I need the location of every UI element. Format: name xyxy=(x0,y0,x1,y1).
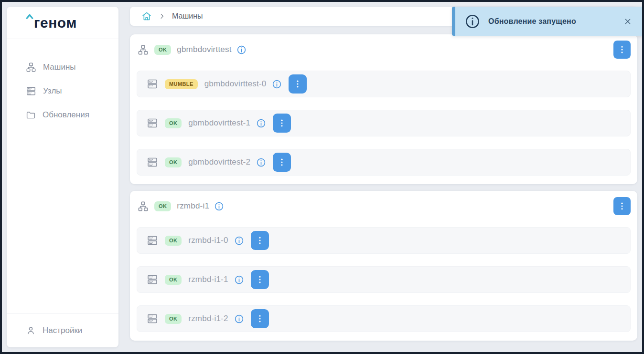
info-icon[interactable] xyxy=(234,275,244,285)
group-status-badge: OK xyxy=(154,45,171,55)
machine-status-badge: OK xyxy=(165,157,182,167)
groups-container: OK gbmbdovirttest MUMBLE gbmbdovirttest-… xyxy=(130,34,637,347)
server-icon xyxy=(147,156,158,168)
machine-row: OK gbmbdovirttest-1 xyxy=(137,110,631,136)
cluster-icon xyxy=(138,201,149,212)
toast-notification: Обновление запущено xyxy=(452,7,642,36)
server-icon xyxy=(147,78,158,90)
home-icon[interactable] xyxy=(141,11,152,21)
sidebar-item-label: Обновления xyxy=(43,110,89,120)
machine-name: gbmbdovirttest-1 xyxy=(188,118,250,128)
info-icon[interactable] xyxy=(236,45,247,55)
sidebar-nav: Машины Узлы Обновления xyxy=(7,39,118,127)
machine-row: OK rzmbd-i1-0 xyxy=(137,227,631,254)
breadcrumb-current: Машины xyxy=(172,12,203,21)
cluster-icon xyxy=(26,62,36,73)
sidebar-item-label: Машины xyxy=(43,62,76,72)
server-icon xyxy=(147,235,158,246)
machine-name: gbmbdovirttest-0 xyxy=(204,79,267,89)
sidebar-item-machines[interactable]: Машины xyxy=(7,55,118,79)
sidebar-item-updates[interactable]: Обновления xyxy=(7,103,118,127)
folder-icon xyxy=(26,110,36,120)
info-icon[interactable] xyxy=(256,118,266,128)
group-name: gbmbdovirttest xyxy=(177,45,231,54)
machine-name: rzmbd-i1-2 xyxy=(188,314,228,323)
machine-row: MUMBLE gbmbdovirttest-0 xyxy=(137,71,631,97)
machine-name: rzmbd-i1-1 xyxy=(188,275,228,284)
server-icon xyxy=(147,274,158,285)
sidebar-footer: Настройки xyxy=(7,313,118,347)
info-icon[interactable] xyxy=(272,79,282,89)
info-icon xyxy=(464,13,481,30)
machine-menu-button[interactable] xyxy=(289,74,307,94)
machine-row: OK rzmbd-i1-1 xyxy=(137,266,631,293)
logo: геном xyxy=(7,7,118,39)
machine-list: MUMBLE gbmbdovirttest-0 OK gbmbdovirttes… xyxy=(137,71,631,176)
info-icon[interactable] xyxy=(256,157,266,167)
main-content: Машины OK gbmbdovirttest MUMBLE gbmbdovi… xyxy=(130,7,637,347)
logo-text: геном xyxy=(34,15,77,31)
sidebar-item-label: Настройки xyxy=(43,326,82,335)
app-window: геном Машины Узлы Обновления xyxy=(0,0,644,354)
machine-menu-button[interactable] xyxy=(273,114,291,133)
machine-status-badge: OK xyxy=(165,314,182,324)
cluster-icon xyxy=(138,44,149,55)
machine-status-badge: OK xyxy=(165,118,182,128)
server-icon xyxy=(147,117,158,129)
server-icon xyxy=(147,313,158,324)
machine-list: OK rzmbd-i1-0 OK rzmbd-i1-1 OK rzmbd-i1-… xyxy=(137,227,631,332)
server-icon xyxy=(26,86,36,96)
group-menu-button[interactable] xyxy=(613,197,631,215)
sidebar-item-settings[interactable]: Настройки xyxy=(7,313,118,347)
sidebar-spacer xyxy=(7,127,118,313)
group-header: OK gbmbdovirttest xyxy=(137,40,631,59)
group-menu-button[interactable] xyxy=(613,41,631,59)
sidebar-item-nodes[interactable]: Узлы xyxy=(7,79,118,103)
sidebar: геном Машины Узлы Обновления xyxy=(7,7,118,347)
group-name: rzmbd-i1 xyxy=(177,201,209,211)
sidebar-item-label: Узлы xyxy=(43,86,62,96)
machine-status-badge: OK xyxy=(165,275,182,285)
info-icon[interactable] xyxy=(214,201,224,211)
machine-name: gbmbdovirttest-2 xyxy=(188,157,250,167)
machine-name: rzmbd-i1-0 xyxy=(188,236,228,245)
group-status-badge: OK xyxy=(154,201,171,211)
group-card: OK rzmbd-i1 OK rzmbd-i1-0 OK rzmbd-i1-1 xyxy=(130,191,637,341)
machine-menu-button[interactable] xyxy=(251,231,269,250)
machine-status-badge: MUMBLE xyxy=(165,79,198,89)
chevron-right-icon xyxy=(159,13,165,20)
group-header: OK rzmbd-i1 xyxy=(137,197,631,216)
machine-menu-button[interactable] xyxy=(251,309,269,328)
close-icon[interactable] xyxy=(623,17,633,26)
machine-row: OK rzmbd-i1-2 xyxy=(137,305,631,332)
group-card: OK gbmbdovirttest MUMBLE gbmbdovirttest-… xyxy=(130,34,637,184)
user-icon xyxy=(26,325,36,335)
machine-menu-button[interactable] xyxy=(273,153,291,172)
machine-status-badge: OK xyxy=(165,236,182,246)
logo-caret-icon xyxy=(26,13,33,20)
machine-row: OK gbmbdovirttest-2 xyxy=(137,149,631,176)
machine-menu-button[interactable] xyxy=(251,270,269,289)
info-icon[interactable] xyxy=(234,236,244,246)
toast-message: Обновление запущено xyxy=(488,17,615,26)
info-icon[interactable] xyxy=(234,314,244,324)
